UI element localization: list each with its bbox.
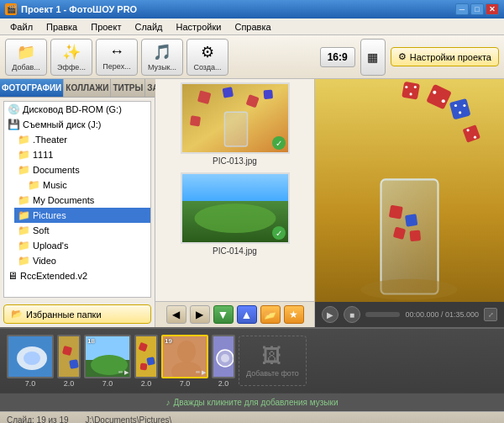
tab-photos[interactable]: ФОТОГРАФИИ bbox=[0, 79, 64, 97]
tree-item-label: Video bbox=[33, 256, 56, 266]
tree-item-1111[interactable]: 📁 1111 bbox=[14, 147, 150, 162]
menu-help[interactable]: Справка bbox=[228, 20, 277, 34]
tree-item-bdrom[interactable]: 💿 Дисковод BD-ROM (G:) bbox=[4, 102, 150, 117]
menu-file[interactable]: Файл bbox=[3, 20, 39, 34]
tree-item-mydocs[interactable]: 📁 My Documents bbox=[14, 193, 150, 208]
file-path: J:\Documents\Pictures\ bbox=[86, 415, 172, 423]
timeline-thumb: 19 ✏ ▶ bbox=[161, 335, 208, 378]
transition-icon: ↔ bbox=[109, 43, 124, 61]
photo-list: ✓ PIC-013.jpg bbox=[155, 79, 314, 301]
tree-item-label: Upload's bbox=[33, 241, 68, 251]
music-bar-label: Дважды кликните для добавления музыки bbox=[173, 398, 338, 407]
photo-thumbnail: ✓ bbox=[181, 172, 290, 244]
tree-item-rcc[interactable]: 🖥 RccExtended.v2 bbox=[4, 268, 150, 283]
play-button[interactable]: ▶ bbox=[322, 306, 339, 323]
preview-image bbox=[315, 79, 504, 302]
tree-item-removable[interactable]: 💾 Съемный диск (J:) bbox=[4, 117, 150, 132]
add-photo-placeholder[interactable]: 🖼 Добавьте фото bbox=[239, 336, 307, 386]
menu-project[interactable]: Проект bbox=[84, 20, 128, 34]
nav-down-button[interactable]: ▼ bbox=[213, 305, 234, 324]
svg-point-15 bbox=[463, 104, 465, 107]
tree-item-label: Pictures bbox=[33, 210, 66, 220]
timeline-duration: 2.0 bbox=[141, 379, 152, 388]
menu-settings[interactable]: Настройки bbox=[170, 20, 228, 34]
svg-point-20 bbox=[410, 93, 412, 95]
play-icon: ▶ bbox=[202, 369, 206, 376]
timeline-duration: 7.0 bbox=[180, 379, 191, 388]
timeline-thumb bbox=[57, 335, 81, 378]
fullscreen-button[interactable]: ⤢ bbox=[484, 308, 497, 321]
display-mode-button[interactable]: ▦ bbox=[360, 39, 386, 76]
svg-point-23 bbox=[474, 136, 476, 139]
play-icon: ▶ bbox=[124, 369, 129, 376]
timeline-item[interactable]: 7.0 bbox=[7, 335, 54, 388]
time-display: 00:00.000 / 01:35.000 bbox=[405, 310, 479, 319]
tab-bar: ФОТОГРАФИИ КОЛЛАЖИ ТИТРЫ ЗАСТАВКИ bbox=[0, 79, 155, 98]
nav-folder-button[interactable]: 📂 bbox=[260, 305, 281, 324]
progress-bar[interactable] bbox=[365, 312, 400, 317]
svg-rect-41 bbox=[146, 357, 155, 366]
favorites-label: Избранные папки bbox=[26, 309, 102, 320]
tree-item-documents[interactable]: 📁 Documents bbox=[14, 162, 150, 177]
nav-forward-button[interactable]: ▶ bbox=[190, 305, 210, 324]
create-label: Созда... bbox=[193, 63, 221, 71]
tab-titles[interactable]: ТИТРЫ bbox=[111, 79, 145, 97]
timeline-thumb bbox=[134, 335, 158, 378]
tree-item-theater[interactable]: 📁 .Theater bbox=[14, 132, 150, 147]
stop-button[interactable]: ■ bbox=[344, 306, 360, 323]
svg-rect-4 bbox=[263, 90, 273, 100]
timeline-num: 18 bbox=[87, 337, 95, 345]
timeline-duration: 7.0 bbox=[102, 379, 113, 388]
tree-item-music[interactable]: 📁 Music bbox=[24, 177, 150, 193]
tree-item-pictures[interactable]: 📁 Pictures bbox=[14, 208, 150, 223]
nav-up-button[interactable]: ▲ bbox=[237, 305, 257, 324]
tab-collages[interactable]: КОЛЛАЖИ bbox=[64, 79, 111, 97]
timeline-thumb bbox=[7, 335, 54, 378]
project-settings-button[interactable]: ⚙ Настройки проекта bbox=[391, 47, 499, 66]
music-note-icon: ♪ bbox=[165, 398, 170, 407]
timeline-item[interactable]: 18 ✏ ▶ 7.0 bbox=[84, 335, 131, 388]
close-button[interactable]: ✕ bbox=[486, 3, 499, 15]
time-current: 00:00.000 bbox=[405, 310, 438, 319]
svg-rect-33 bbox=[59, 336, 81, 378]
svg-point-32 bbox=[24, 352, 40, 365]
svg-rect-39 bbox=[136, 336, 158, 378]
aspect-ratio-button[interactable]: 16:9 bbox=[320, 47, 355, 67]
timeline-transition[interactable]: 2.0 bbox=[212, 335, 235, 388]
tree-item-soft[interactable]: 📁 Soft bbox=[14, 223, 150, 238]
removable-icon: 💾 bbox=[8, 119, 20, 130]
menu-slide[interactable]: Слайд bbox=[128, 20, 169, 34]
tree-item-video[interactable]: 📁 Video bbox=[14, 253, 150, 268]
folder-icon: 📁 bbox=[18, 255, 30, 267]
file-tree[interactable]: 💿 Дисковод BD-ROM (G:) 💾 Съемный диск (J… bbox=[3, 101, 151, 298]
favorites-button[interactable]: 📂 Избранные папки bbox=[3, 304, 151, 324]
photo-item[interactable]: ✓ PIC-014.jpg bbox=[159, 172, 311, 256]
music-button[interactable]: 🎵 Музык... bbox=[141, 39, 183, 76]
create-button[interactable]: ⚙ Созда... bbox=[186, 39, 228, 76]
pencil-icon: ✏ bbox=[196, 369, 201, 376]
tree-item-uploads[interactable]: 📁 Upload's bbox=[14, 238, 150, 253]
add-icon: 📁 bbox=[17, 43, 35, 61]
minimize-button[interactable]: ─ bbox=[455, 3, 469, 15]
timeline-transition[interactable]: 2.0 bbox=[57, 335, 81, 388]
time-total: 01:35.000 bbox=[445, 310, 479, 319]
effects-button[interactable]: ✨ Эффе... bbox=[50, 39, 92, 76]
svg-rect-35 bbox=[69, 359, 79, 369]
add-button[interactable]: 📁 Добав... bbox=[5, 39, 47, 76]
transition-button[interactable]: ↔ Перех... bbox=[96, 39, 138, 76]
photo-item[interactable]: ✓ PIC-013.jpg bbox=[159, 82, 311, 166]
nav-star-button[interactable]: ★ bbox=[284, 305, 304, 324]
timeline-transition[interactable]: 2.0 bbox=[134, 335, 158, 388]
music-bar[interactable]: ♪ Дважды кликните для добавления музыки bbox=[0, 393, 504, 411]
effects-icon: ✨ bbox=[62, 43, 81, 61]
maximize-button[interactable]: □ bbox=[470, 3, 484, 15]
timeline-item-active[interactable]: 19 ✏ ▶ 7.0 bbox=[161, 335, 208, 388]
left-panel: ФОТОГРАФИИ КОЛЛАЖИ ТИТРЫ ЗАСТАВКИ 💿 Диск… bbox=[0, 79, 155, 327]
menu-edit[interactable]: Правка bbox=[39, 20, 84, 34]
timeline-duration: 2.0 bbox=[64, 379, 75, 388]
nav-back-button[interactable]: ◀ bbox=[166, 305, 186, 324]
display-icon: ▦ bbox=[367, 50, 378, 64]
bdrom-icon: 💿 bbox=[8, 103, 20, 115]
tree-item-label: 1111 bbox=[33, 150, 53, 160]
svg-point-16 bbox=[459, 111, 461, 114]
